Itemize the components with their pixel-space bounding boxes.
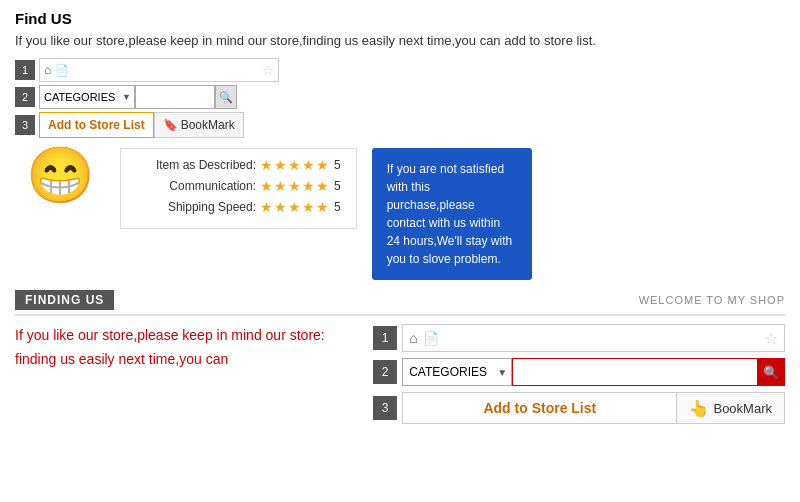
big-search-input[interactable] — [512, 358, 757, 386]
welcome-text: WELCOME TO MY SHOP — [639, 294, 785, 306]
row-num-1: 1 — [15, 60, 35, 80]
communication-label: Communication: — [136, 179, 256, 193]
row-num-2: 2 — [15, 87, 35, 107]
smiley-emoji: 😁 — [26, 148, 95, 203]
big-row-num-3: 3 — [373, 396, 397, 420]
browser-row-1: 1 ⌂ 📄 ☆ — [15, 58, 785, 82]
categories-dropdown-small[interactable]: CATEGORIES ▼ — [39, 85, 135, 109]
satisfied-box: If you are not satisfied with this purch… — [372, 148, 532, 280]
favorite-star-icon[interactable]: ☆ — [262, 63, 274, 78]
page-icon: 📄 — [55, 64, 69, 77]
top-section: Find US If you like our store,please kee… — [0, 0, 800, 138]
categories-row: 2 CATEGORIES ▼ 🔍 — [15, 85, 785, 109]
big-page-icon: 📄 — [423, 331, 439, 346]
big-cat-wrapper: CATEGORIES ▼ 🔍 — [402, 358, 785, 386]
add-store-label-small: Add to Store List — [48, 118, 145, 132]
big-browser-row-1: 1 ⌂ 📄 ☆ — [373, 324, 785, 352]
satisfied-text: If you are not satisfied with this purch… — [387, 162, 512, 266]
big-bookmark-label: BookMark — [713, 401, 772, 416]
find-us-title: Find US — [15, 10, 785, 27]
bookmark-button-small[interactable]: 🔖 BookMark — [154, 112, 244, 138]
comm-score: 5 — [334, 179, 341, 193]
categories-select-small[interactable]: CATEGORIES — [44, 91, 130, 103]
cursor-hand-icon: 👆 — [689, 399, 709, 418]
big-categories-select[interactable]: CATEGORIES — [409, 365, 505, 379]
big-add-to-store-button[interactable]: Add to Store List — [403, 393, 677, 423]
find-us-desc: If you like our store,please keep in min… — [15, 33, 785, 48]
finding-header: FINDING US WELCOME TO MY SHOP — [15, 290, 785, 316]
bookmark-icon-small: 🔖 — [163, 118, 178, 132]
item-score: 5 — [334, 158, 341, 172]
browser-address-bar: ⌂ 📄 ☆ — [39, 58, 279, 82]
item-described-label: Item as Described: — [136, 158, 256, 172]
emoji-area: 😁 — [15, 148, 105, 203]
finding-description: If you like our store,please keep in min… — [15, 324, 358, 427]
big-store-row: 3 Add to Store List 👆 BookMark — [373, 392, 785, 424]
add-to-store-button-small[interactable]: Add to Store List — [39, 112, 154, 138]
finding-content: If you like our store,please keep in min… — [15, 324, 785, 427]
search-button-small[interactable]: 🔍 — [215, 85, 237, 109]
ratings-box: Item as Described: ★★★★★ 5 Communication… — [120, 148, 357, 229]
finding-title-badge: FINDING US — [15, 290, 114, 310]
ship-stars: ★★★★★ — [260, 199, 330, 215]
comm-stars: ★★★★★ — [260, 178, 330, 194]
big-bookmark-button[interactable]: 👆 BookMark — [677, 393, 784, 423]
ship-score: 5 — [334, 200, 341, 214]
finding-section: FINDING US WELCOME TO MY SHOP If you lik… — [0, 290, 800, 427]
store-row: 3 Add to Store List 🔖 BookMark — [15, 112, 785, 138]
shipping-label: Shipping Speed: — [136, 200, 256, 214]
home-icon: ⌂ — [44, 63, 51, 77]
big-favorite-star-icon[interactable]: ☆ — [764, 329, 778, 348]
big-row-num-1: 1 — [373, 326, 397, 350]
communication-row: Communication: ★★★★★ 5 — [136, 178, 341, 194]
big-categories-row: 2 CATEGORIES ▼ 🔍 — [373, 358, 785, 386]
big-store-wrapper: Add to Store List 👆 BookMark — [402, 392, 785, 424]
big-add-store-label: Add to Store List — [483, 400, 596, 416]
item-described-row: Item as Described: ★★★★★ 5 — [136, 157, 341, 173]
middle-section: 😁 Item as Described: ★★★★★ 5 Communicati… — [0, 148, 800, 280]
shipping-row: Shipping Speed: ★★★★★ 5 — [136, 199, 341, 215]
big-categories-dropdown[interactable]: CATEGORIES ▼ — [402, 358, 512, 386]
big-address-bar: ⌂ 📄 ☆ — [402, 324, 785, 352]
bookmark-label-small: BookMark — [181, 118, 235, 132]
big-row-num-2: 2 — [373, 360, 397, 384]
item-stars: ★★★★★ — [260, 157, 330, 173]
big-home-icon: ⌂ — [409, 330, 417, 346]
finding-ui: 1 ⌂ 📄 ☆ 2 CATEGORIES ▼ — [373, 324, 785, 427]
big-search-button[interactable]: 🔍 — [757, 358, 785, 386]
row-num-3: 3 — [15, 115, 35, 135]
search-input-small[interactable] — [135, 85, 215, 109]
